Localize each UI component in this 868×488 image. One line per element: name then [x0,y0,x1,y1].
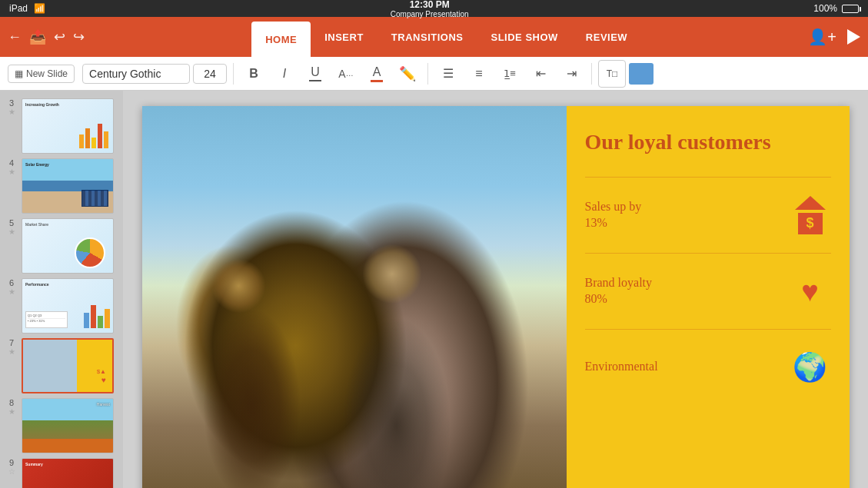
bold-button[interactable]: B [240,60,268,88]
toolbar-left: ← 📤 ↩ ↪ [8,28,85,45]
increase-indent-button[interactable]: ⇥ [557,60,585,88]
slide-number-8: 8 [9,398,14,407]
slide-number-4: 4 [9,158,14,168]
new-slide-icon: ▦ [15,68,23,79]
decrease-indent-button[interactable]: ⇤ [527,60,554,88]
underline-button[interactable]: U [301,60,329,88]
stat-row-sales: Sales up by13% $ [585,194,831,236]
upload-icon[interactable]: 📤 [29,28,46,45]
slide-item-4[interactable]: 4 ★ Solar Energy [3,157,120,215]
slide-thumbnail-8: Harvest [22,398,114,453]
font-size-field[interactable]: 24 [193,64,227,84]
tab-home[interactable]: HOME [251,22,311,57]
slide-item-8[interactable]: 8 ★ Harvest [3,397,120,455]
text-highlight-button[interactable]: ✏️ [394,60,421,88]
slide-star-7: ★ [8,347,15,356]
font-options-button[interactable]: A… [332,60,360,88]
shape-button[interactable] [629,63,653,85]
status-right: 100% [813,3,859,14]
status-center: 12:30 PM Company Presentation [391,0,469,18]
slide-number-9: 9 [9,458,14,467]
slide-thumbnail-4: Solar Energy [22,158,114,214]
device-label: iPad [9,3,28,14]
slide-item-7[interactable]: 7 ★ ♥ $▲ [3,337,120,395]
main-toolbar: ← 📤 ↩ ↪ HOME INSERT TRANSITIONS SLIDE SH… [0,17,868,57]
text-box-button[interactable]: T□ [598,60,626,88]
globe-icon: 🌍 [790,347,831,388]
slide-title: Our loyal customers [585,129,831,155]
slide-item-9[interactable]: 9 ☆ Summary [3,456,120,488]
new-slide-button[interactable]: ▦ New Slide [8,65,75,83]
slide-item-5[interactable]: 5 ★ Market Share [3,217,120,275]
tab-bar: HOME INSERT TRANSITIONS SLIDE SHOW REVIE… [91,17,802,57]
active-slide: Our loyal customers Sales up by13% $ [142,106,850,488]
play-button[interactable] [847,29,860,45]
canvas-area: Our loyal customers Sales up by13% $ [123,91,868,488]
redo-button[interactable]: ↪ [73,28,85,45]
slide-thumbnail-7: ♥ $▲ [22,338,114,393]
stat-text-loyalty: Brand loyalty80% [585,275,653,307]
slide-star-5: ★ [8,227,15,236]
back-button[interactable]: ← [8,29,22,45]
font-name-field[interactable]: Century Gothic [82,64,190,84]
separator-1 [233,63,234,85]
slide-number-3: 3 [9,98,14,108]
undo-button[interactable]: ↩ [54,28,65,45]
clock: 12:30 PM [410,0,450,10]
battery-percent: 100% [813,3,837,14]
tab-insert[interactable]: INSERT [311,17,377,57]
status-left: iPad 📶 [9,3,45,14]
italic-button[interactable]: I [271,60,298,88]
format-bar: ▦ New Slide Century Gothic 24 B I U A… A… [0,57,868,91]
tab-transitions[interactable]: TRANSITIONS [377,17,477,57]
slide-thumbnail-3: Increasing Growth [22,98,114,154]
divider-3 [585,329,831,330]
separator-2 [427,63,428,85]
tab-review[interactable]: REVIEW [572,17,641,57]
status-bar: iPad 📶 12:30 PM Company Presentation 100… [0,0,868,17]
bullet-list-button[interactable]: ≡ [465,60,493,88]
slide-star-9: ☆ [8,467,15,476]
slide-panel: 3 ★ Increasing Growth 4 ★ Sol [0,91,123,488]
separator-3 [591,63,592,85]
battery-icon [842,5,859,13]
dollar-house-icon: $ [790,194,831,236]
slide-star-6: ★ [8,287,15,296]
slide-yellow-panel: Our loyal customers Sales up by13% $ [567,106,850,488]
slide-item-6[interactable]: 6 ★ Performance Q1 Q2 Q3 ▪ 23% ▪ 31% [3,277,120,335]
slide-number-5: 5 [9,218,14,227]
stat-text-sales: Sales up by13% [585,199,642,231]
heart-icon: ♥ [790,271,831,312]
wifi-icon: 📶 [34,3,45,14]
stat-row-loyalty: Brand loyalty80% ♥ [585,271,831,312]
divider-2 [585,253,831,254]
align-button[interactable]: ☰ [434,60,462,88]
tab-slideshow[interactable]: SLIDE SHOW [477,17,571,57]
slide-thumbnail-9: Summary [22,458,114,488]
main-area: 3 ★ Increasing Growth 4 ★ Sol [0,91,868,488]
stat-row-environmental: Environmental 🌍 [585,347,831,388]
slide-star-4: ★ [8,168,15,176]
slide-thumbnail-6: Performance Q1 Q2 Q3 ▪ 23% ▪ 31% [22,278,114,334]
slide-number-7: 7 [9,338,14,347]
new-slide-label: New Slide [26,68,68,79]
slide-thumbnail-5: Market Share [22,218,114,274]
numbered-list-button[interactable]: 1̲≡ [496,60,524,88]
slide-star-3: ★ [8,108,15,116]
slide-star-8: ★ [8,407,15,416]
stat-text-environmental: Environmental [585,359,658,375]
slide-photo [142,106,580,488]
divider-1 [585,177,831,178]
slide-item-3[interactable]: 3 ★ Increasing Growth [3,97,120,155]
font-color-button[interactable]: A [363,60,391,88]
add-person-button[interactable]: 👤+ [808,28,836,46]
slide-number-6: 6 [9,278,14,287]
toolbar-right: 👤+ [808,28,860,46]
mini-chart-bars-3 [79,124,108,148]
